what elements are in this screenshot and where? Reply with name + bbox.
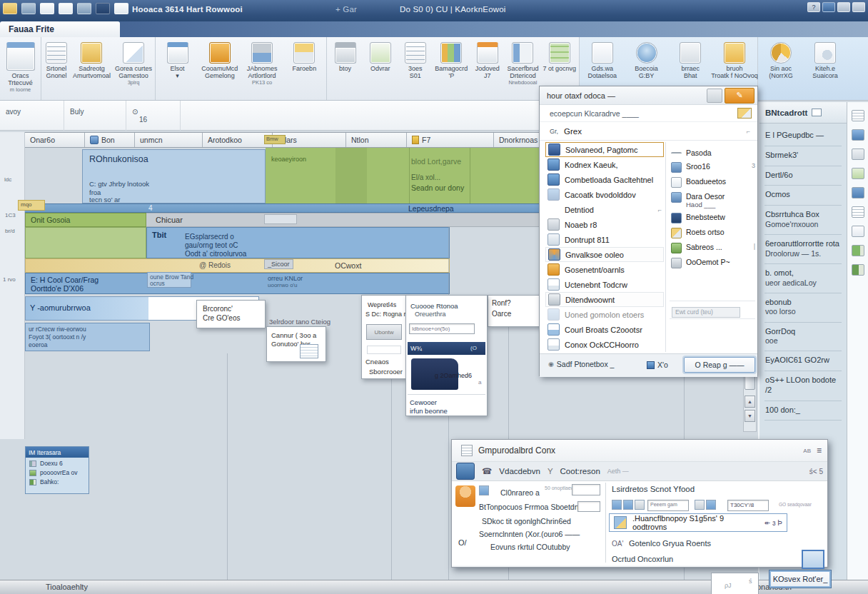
secondary-button[interactable]: X'o <box>647 361 668 369</box>
confirm-button[interactable]: O Reap g —— <box>684 357 755 373</box>
strip-tool-icon[interactable] <box>852 129 864 141</box>
popup-button[interactable]: Ubontw <box>366 324 402 340</box>
ribbon-button[interactable]: 7 ot gocnvg <box>541 39 577 75</box>
menu-item[interactable]: Kodnex Kaeuk, <box>545 157 664 172</box>
pencil-icon[interactable] <box>737 108 752 119</box>
ribbon-button[interactable]: btoy <box>328 39 362 75</box>
scroll-down-button[interactable]: ▼ <box>745 410 755 422</box>
strip-tool-icon[interactable] <box>852 148 864 160</box>
task-pane-item[interactable]: 100 don:_ <box>764 401 842 421</box>
menu-item[interactable]: Uoned gomolon etoers <box>545 307 664 322</box>
popup-field[interactable] <box>367 346 401 354</box>
task-pane-item[interactable]: GorrDoqooe <box>764 323 842 352</box>
ribbon-button[interactable]: Sin aoc(NorrXG <box>760 39 802 82</box>
signature-box[interactable]: ρJ ś <box>711 573 759 594</box>
toolbar-doc-icon[interactable] <box>623 500 633 510</box>
menu-item[interactable]: Conox OckCCHoorro <box>545 337 664 352</box>
task-pane-item[interactable]: Dertl/6o <box>764 166 842 186</box>
ribbon-button[interactable]: Odvrar <box>363 39 397 75</box>
menu-right-item[interactable]: Boadueetos <box>670 175 757 190</box>
menu-item[interactable]: Solvaneod, Pagtomc <box>545 142 664 157</box>
ribbon-button[interactable]: bruohTroatk f NoOvoq <box>713 39 756 82</box>
menu-item[interactable]: Dontrupt 811 <box>545 232 664 247</box>
task-pane-item[interactable]: ebonubvoo lorso <box>764 293 842 323</box>
options-popup[interactable]: Wepretl4s S Dc: Rogna r Ubontw Cneaos Sb… <box>361 295 407 379</box>
toolbar-icon-2[interactable] <box>695 500 705 510</box>
ribbon-button[interactable]: Gds.waDotaelsoa <box>581 39 624 82</box>
help-button[interactable]: ? <box>807 2 820 12</box>
task-name-cell[interactable]: ROhnukonisoa C: gtv Jhrby lnotook froa t… <box>82 149 266 203</box>
task-pane-item[interactable]: Ocmos <box>764 186 842 206</box>
blue-task-row-2[interactable]: E: H Cool Coar/Frag Oorttdo'e D'X06 orre… <box>25 273 450 294</box>
ribbon-button[interactable]: SadreotgAmurtvomoal <box>71 39 112 82</box>
menu-right-item[interactable]: OoOemot P~ <box>670 256 757 271</box>
strip-tool-icon[interactable] <box>852 245 864 256</box>
search-field[interactable]: Peeem gam <box>647 500 689 511</box>
quick-access-icon[interactable] <box>96 3 110 14</box>
selected-result-row[interactable]: .Huancflbnopoy S1g5ns' 9 oodtrovns ↞ ɜ Þ <box>609 513 787 532</box>
dialog-left-field[interactable] <box>572 484 600 495</box>
pane-box-icon[interactable] <box>812 109 822 116</box>
ribbon-button[interactable]: Kiteh.eSuaicora <box>804 39 847 82</box>
quick-access-icon[interactable] <box>40 3 54 14</box>
quick-access-icon[interactable] <box>21 3 36 14</box>
ribbon-button[interactable]: SrtonelGnonel <box>43 39 70 82</box>
dialog-toolbar-right-icons[interactable]: ś< 5 <box>809 468 823 475</box>
dialog-title-right[interactable]: AB <box>803 448 811 454</box>
task-pane-item[interactable]: E l PGeupdbc — <box>764 126 842 146</box>
strip-tool-icon[interactable] <box>852 264 864 276</box>
small-box[interactable] <box>264 214 297 224</box>
task-pane-item[interactable]: b. omot,ueor aedicaLoy <box>764 264 842 293</box>
dialog-primary-icon-button[interactable] <box>456 463 475 480</box>
menu-group-row[interactable]: Gr, Grex ⌐ <box>540 122 757 141</box>
menu-item[interactable]: Gnvalksoe ooleo <box>545 247 664 262</box>
subbar-cell-2[interactable]: Buly <box>64 101 126 131</box>
menu-item[interactable]: Noaeb r8 <box>545 217 664 232</box>
result-action-icons[interactable]: ↞ ɜ Þ <box>764 519 782 527</box>
column-header[interactable]: Ntlon <box>346 133 407 147</box>
ribbon-button[interactable]: JodovedJ7 <box>470 39 504 82</box>
page-icon-button[interactable] <box>707 89 722 103</box>
ribbon-button[interactable]: SacerfbrudDrtericodNrwbdoooal <box>505 39 540 88</box>
ribbon-button[interactable]: CooamuMcdGemelong <box>199 39 240 82</box>
minimize-button[interactable] <box>822 2 835 12</box>
column-header[interactable]: Arotodkoo <box>203 133 273 147</box>
yellow-band[interactable]: @ Redois OCwoxt <box>25 258 450 273</box>
green-cell[interactable]: Onit Gosoia <box>25 213 146 227</box>
note-box[interactable]: Ronf? Oarce <box>488 295 541 327</box>
menu-item[interactable]: Ditendwoownt <box>545 292 664 307</box>
column-header[interactable]: F7 <box>407 133 494 147</box>
subbar-cell-1[interactable]: avoy <box>0 101 64 131</box>
column-header[interactable]: Bon <box>85 133 135 147</box>
task-pane-item[interactable]: EyAOIC61 GO2rw <box>764 351 842 371</box>
green-cell-2[interactable] <box>25 227 146 258</box>
column-header[interactable]: unmcn <box>135 133 203 147</box>
toolbar-gray-icon[interactable] <box>635 500 645 510</box>
maximize-button[interactable] <box>837 2 850 12</box>
task-pane-item[interactable]: Sbrmek3' <box>764 146 842 166</box>
strip-tool-icon[interactable] <box>852 168 864 179</box>
toolbar-icon-3[interactable] <box>706 500 716 510</box>
menu-item[interactable]: Combetloada Gacltehtnel <box>545 172 664 187</box>
ribbon-button[interactable]: Elsot▾ <box>157 39 198 82</box>
menu-right-item[interactable]: Roets ortso <box>670 226 757 241</box>
column-header[interactable]: Onar6o <box>25 133 85 147</box>
strip-tool-icon[interactable] <box>852 206 864 218</box>
toolbar-grid-icon[interactable] <box>612 500 622 510</box>
preview-field[interactable]: Idbnooe+on(5o) <box>409 323 475 334</box>
scroll-up-button-2[interactable]: ▲ <box>745 396 755 408</box>
ribbon-button[interactable]: JAbnomesArtlortlordPK13 co <box>242 39 283 88</box>
quick-access-icon[interactable] <box>77 3 91 14</box>
menu-right-item[interactable]: Sroo163 <box>670 160 757 175</box>
ribbon-button[interactable]: Gorea curtesGamestoo3plrq <box>113 39 153 88</box>
dialog-toolbar-label[interactable]: Vdacdebvn <box>499 467 540 475</box>
preview-popup[interactable]: Cuoooe Rtonoa Oreuerthra Idbnooe+on(5o) … <box>405 295 488 416</box>
ribbon-button[interactable]: Faroebn <box>284 39 325 75</box>
quick-access-icon[interactable] <box>59 3 73 14</box>
status-chip[interactable]: _Sicoor <box>264 259 293 269</box>
strip-tool-icon[interactable] <box>852 226 864 237</box>
footer-option[interactable]: ◉ Sadf Ptonetbox _ <box>548 360 614 368</box>
inline-chip[interactable]: oune Brow Tand ocrus <box>147 272 191 288</box>
dialog-toolbar-label2[interactable]: Coot:reson <box>560 467 600 475</box>
close-button[interactable] <box>852 2 865 12</box>
